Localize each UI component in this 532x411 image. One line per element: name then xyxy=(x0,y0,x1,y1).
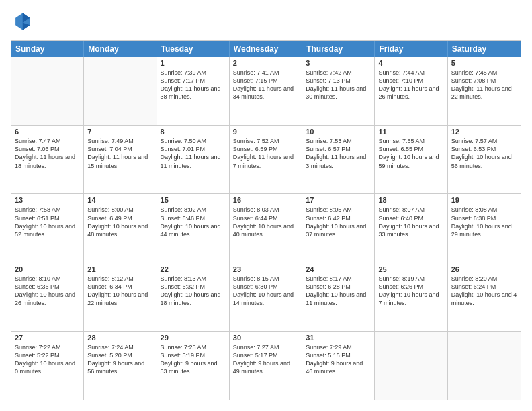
cell-info: Sunrise: 7:47 AM Sunset: 7:06 PM Dayligh… xyxy=(15,137,80,170)
calendar-cell xyxy=(84,57,157,125)
cell-info: Sunrise: 7:27 AM Sunset: 5:17 PM Dayligh… xyxy=(233,343,298,376)
cell-info: Sunrise: 7:29 AM Sunset: 5:15 PM Dayligh… xyxy=(306,343,371,376)
calendar-cell: 8Sunrise: 7:50 AM Sunset: 7:01 PM Daylig… xyxy=(157,126,230,193)
cell-info: Sunrise: 8:10 AM Sunset: 6:36 PM Dayligh… xyxy=(15,275,80,308)
cell-date: 5 xyxy=(451,59,517,67)
calendar-cell: 17Sunrise: 8:05 AM Sunset: 6:42 PM Dayli… xyxy=(302,194,375,262)
cell-info: Sunrise: 8:20 AM Sunset: 6:24 PM Dayligh… xyxy=(451,275,517,308)
calendar-cell: 3Sunrise: 7:42 AM Sunset: 7:13 PM Daylig… xyxy=(302,57,375,125)
cell-date: 23 xyxy=(233,265,298,273)
cell-date: 29 xyxy=(161,334,226,342)
cell-date: 21 xyxy=(87,265,152,273)
calendar-cell: 2Sunrise: 7:41 AM Sunset: 7:15 PM Daylig… xyxy=(230,57,302,125)
calendar-cell: 11Sunrise: 7:55 AM Sunset: 6:55 PM Dayli… xyxy=(375,126,447,193)
calendar-cell: 30Sunrise: 7:27 AM Sunset: 5:17 PM Dayli… xyxy=(230,332,302,400)
cell-date: 17 xyxy=(306,196,371,204)
cell-date: 18 xyxy=(378,196,443,204)
calendar-cell: 22Sunrise: 8:13 AM Sunset: 6:32 PM Dayli… xyxy=(157,263,230,331)
cell-info: Sunrise: 8:19 AM Sunset: 6:26 PM Dayligh… xyxy=(378,275,443,308)
cell-date: 26 xyxy=(451,265,517,273)
calendar-cell: 23Sunrise: 8:15 AM Sunset: 6:30 PM Dayli… xyxy=(230,263,302,331)
cell-date: 16 xyxy=(233,196,298,204)
cell-date: 25 xyxy=(378,265,443,273)
week-row: 1Sunrise: 7:39 AM Sunset: 7:17 PM Daylig… xyxy=(11,57,521,126)
calendar-cell: 9Sunrise: 7:52 AM Sunset: 6:59 PM Daylig… xyxy=(230,126,302,193)
cell-info: Sunrise: 7:44 AM Sunset: 7:10 PM Dayligh… xyxy=(378,68,443,101)
calendar-cell: 26Sunrise: 8:20 AM Sunset: 6:24 PM Dayli… xyxy=(448,263,521,331)
cell-info: Sunrise: 7:52 AM Sunset: 6:59 PM Dayligh… xyxy=(233,137,298,170)
week-row: 13Sunrise: 7:58 AM Sunset: 6:51 PM Dayli… xyxy=(11,194,521,263)
cell-info: Sunrise: 7:42 AM Sunset: 7:13 PM Dayligh… xyxy=(306,68,371,101)
cell-date: 22 xyxy=(161,265,226,273)
weeks: 1Sunrise: 7:39 AM Sunset: 7:17 PM Daylig… xyxy=(11,57,521,400)
cell-info: Sunrise: 8:15 AM Sunset: 6:30 PM Dayligh… xyxy=(233,275,298,308)
cell-info: Sunrise: 8:05 AM Sunset: 6:42 PM Dayligh… xyxy=(306,205,371,238)
cell-info: Sunrise: 7:39 AM Sunset: 7:17 PM Dayligh… xyxy=(161,68,226,101)
cell-date: 1 xyxy=(161,59,226,67)
calendar-cell: 10Sunrise: 7:53 AM Sunset: 6:57 PM Dayli… xyxy=(302,126,375,193)
calendar-cell: 31Sunrise: 7:29 AM Sunset: 5:15 PM Dayli… xyxy=(302,332,375,400)
calendar-cell xyxy=(448,332,521,400)
cell-info: Sunrise: 8:17 AM Sunset: 6:28 PM Dayligh… xyxy=(306,275,371,308)
calendar-cell: 14Sunrise: 8:00 AM Sunset: 6:49 PM Dayli… xyxy=(84,194,157,262)
calendar-cell: 5Sunrise: 7:45 AM Sunset: 7:08 PM Daylig… xyxy=(448,57,521,125)
cell-date: 2 xyxy=(233,59,298,67)
cell-date: 13 xyxy=(15,196,80,204)
day-header: Sunday xyxy=(11,41,84,57)
cell-info: Sunrise: 8:02 AM Sunset: 6:46 PM Dayligh… xyxy=(161,205,226,238)
cell-info: Sunrise: 8:13 AM Sunset: 6:32 PM Dayligh… xyxy=(161,275,226,308)
cell-date: 30 xyxy=(233,334,298,342)
cell-date: 11 xyxy=(378,128,443,136)
day-headers: SundayMondayTuesdayWednesdayThursdayFrid… xyxy=(11,41,521,57)
cell-date: 7 xyxy=(87,128,152,136)
calendar-cell: 18Sunrise: 8:07 AM Sunset: 6:40 PM Dayli… xyxy=(375,194,447,262)
cell-date: 4 xyxy=(378,59,443,67)
cell-info: Sunrise: 7:45 AM Sunset: 7:08 PM Dayligh… xyxy=(451,68,517,101)
calendar-cell: 28Sunrise: 7:24 AM Sunset: 5:20 PM Dayli… xyxy=(84,332,157,400)
calendar-cell: 16Sunrise: 8:03 AM Sunset: 6:44 PM Dayli… xyxy=(230,194,302,262)
cell-date: 31 xyxy=(306,334,371,342)
cell-info: Sunrise: 8:00 AM Sunset: 6:49 PM Dayligh… xyxy=(87,205,152,238)
cell-info: Sunrise: 7:55 AM Sunset: 6:55 PM Dayligh… xyxy=(378,137,443,170)
cell-info: Sunrise: 7:57 AM Sunset: 6:53 PM Dayligh… xyxy=(451,137,517,170)
cell-info: Sunrise: 8:12 AM Sunset: 6:34 PM Dayligh… xyxy=(87,275,152,308)
calendar-cell: 7Sunrise: 7:49 AM Sunset: 7:04 PM Daylig… xyxy=(84,126,157,193)
cell-date: 27 xyxy=(15,334,80,342)
header xyxy=(11,11,521,32)
week-row: 20Sunrise: 8:10 AM Sunset: 6:36 PM Dayli… xyxy=(11,263,521,332)
calendar-cell: 21Sunrise: 8:12 AM Sunset: 6:34 PM Dayli… xyxy=(84,263,157,331)
logo-icon xyxy=(11,11,32,32)
calendar-cell: 13Sunrise: 7:58 AM Sunset: 6:51 PM Dayli… xyxy=(11,194,84,262)
cell-date: 14 xyxy=(87,196,152,204)
day-header: Tuesday xyxy=(157,41,230,57)
calendar-cell: 6Sunrise: 7:47 AM Sunset: 7:06 PM Daylig… xyxy=(11,126,84,193)
cell-info: Sunrise: 7:25 AM Sunset: 5:19 PM Dayligh… xyxy=(161,343,226,376)
cell-info: Sunrise: 7:53 AM Sunset: 6:57 PM Dayligh… xyxy=(306,137,371,170)
cell-info: Sunrise: 7:24 AM Sunset: 5:20 PM Dayligh… xyxy=(87,343,152,376)
calendar-cell: 20Sunrise: 8:10 AM Sunset: 6:36 PM Dayli… xyxy=(11,263,84,331)
calendar-cell: 1Sunrise: 7:39 AM Sunset: 7:17 PM Daylig… xyxy=(157,57,230,125)
cell-date: 10 xyxy=(306,128,371,136)
cell-info: Sunrise: 7:58 AM Sunset: 6:51 PM Dayligh… xyxy=(15,205,80,238)
calendar-cell: 29Sunrise: 7:25 AM Sunset: 5:19 PM Dayli… xyxy=(157,332,230,400)
day-header: Thursday xyxy=(302,41,375,57)
calendar: SundayMondayTuesdayWednesdayThursdayFrid… xyxy=(11,40,521,400)
cell-info: Sunrise: 7:50 AM Sunset: 7:01 PM Dayligh… xyxy=(161,137,226,170)
cell-info: Sunrise: 7:49 AM Sunset: 7:04 PM Dayligh… xyxy=(87,137,152,170)
cell-info: Sunrise: 8:03 AM Sunset: 6:44 PM Dayligh… xyxy=(233,205,298,238)
day-header: Friday xyxy=(375,41,447,57)
calendar-cell xyxy=(375,332,447,400)
logo xyxy=(11,11,35,32)
calendar-cell: 15Sunrise: 8:02 AM Sunset: 6:46 PM Dayli… xyxy=(157,194,230,262)
week-row: 6Sunrise: 7:47 AM Sunset: 7:06 PM Daylig… xyxy=(11,126,521,194)
cell-date: 28 xyxy=(87,334,152,342)
cell-date: 6 xyxy=(15,128,80,136)
cell-info: Sunrise: 7:22 AM Sunset: 5:22 PM Dayligh… xyxy=(15,343,80,376)
calendar-cell: 4Sunrise: 7:44 AM Sunset: 7:10 PM Daylig… xyxy=(375,57,447,125)
cell-info: Sunrise: 8:07 AM Sunset: 6:40 PM Dayligh… xyxy=(378,205,443,238)
calendar-cell: 19Sunrise: 8:08 AM Sunset: 6:38 PM Dayli… xyxy=(448,194,521,262)
cell-date: 12 xyxy=(451,128,517,136)
day-header: Wednesday xyxy=(230,41,302,57)
day-header: Monday xyxy=(84,41,157,57)
cell-info: Sunrise: 7:41 AM Sunset: 7:15 PM Dayligh… xyxy=(233,68,298,101)
